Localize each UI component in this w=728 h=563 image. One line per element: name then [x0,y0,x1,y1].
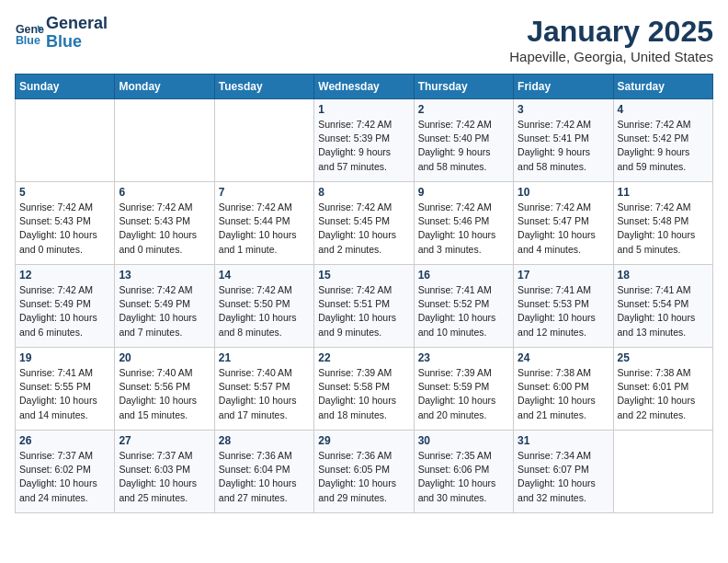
day-info: Sunrise: 7:42 AMSunset: 5:45 PMDaylight:… [318,201,409,257]
calendar-cell: 21Sunrise: 7:40 AMSunset: 5:57 PMDayligh… [214,348,313,431]
calendar-cell [214,99,313,182]
calendar-cell: 17Sunrise: 7:41 AMSunset: 5:53 PMDayligh… [514,265,613,348]
calendar-subtitle: Hapeville, Georgia, United States [509,49,713,64]
day-info: Sunrise: 7:41 AMSunset: 5:55 PMDaylight:… [19,366,110,422]
day-info: Sunrise: 7:37 AMSunset: 6:02 PMDaylight:… [19,449,110,505]
day-header-sunday: Sunday [16,75,115,99]
week-row-3: 12Sunrise: 7:42 AMSunset: 5:49 PMDayligh… [16,265,713,348]
title-block: January 2025 Hapeville, Georgia, United … [509,15,713,64]
day-number: 21 [219,351,310,364]
day-header-friday: Friday [514,75,613,99]
day-info: Sunrise: 7:42 AMSunset: 5:41 PMDaylight:… [518,118,609,174]
calendar-cell: 1Sunrise: 7:42 AMSunset: 5:39 PMDaylight… [314,99,414,182]
day-number: 28 [219,434,310,447]
day-number: 14 [219,269,310,282]
calendar-cell: 11Sunrise: 7:42 AMSunset: 5:48 PMDayligh… [613,182,712,265]
day-info: Sunrise: 7:40 AMSunset: 5:56 PMDaylight:… [119,366,210,422]
day-header-tuesday: Tuesday [214,75,313,99]
day-info: Sunrise: 7:42 AMSunset: 5:47 PMDaylight:… [518,201,609,257]
calendar-cell: 8Sunrise: 7:42 AMSunset: 5:45 PMDaylight… [314,182,414,265]
calendar-cell: 27Sunrise: 7:37 AMSunset: 6:03 PMDayligh… [115,431,214,513]
calendar-title: January 2025 [509,15,713,49]
day-info: Sunrise: 7:41 AMSunset: 5:53 PMDaylight:… [518,283,609,339]
day-number: 16 [418,269,509,282]
day-info: Sunrise: 7:37 AMSunset: 6:03 PMDaylight:… [119,449,210,505]
calendar-cell: 23Sunrise: 7:39 AMSunset: 5:59 PMDayligh… [414,348,513,431]
day-number: 24 [518,351,609,364]
calendar-cell: 5Sunrise: 7:42 AMSunset: 5:43 PMDaylight… [16,182,115,265]
day-number: 2 [418,103,509,116]
day-info: Sunrise: 7:38 AMSunset: 6:01 PMDaylight:… [618,366,709,422]
day-number: 5 [19,186,110,199]
calendar-cell: 10Sunrise: 7:42 AMSunset: 5:47 PMDayligh… [514,182,613,265]
day-info: Sunrise: 7:42 AMSunset: 5:49 PMDaylight:… [19,283,110,339]
day-number: 6 [119,186,210,199]
day-header-monday: Monday [115,75,214,99]
week-row-1: 1Sunrise: 7:42 AMSunset: 5:39 PMDaylight… [16,99,713,182]
calendar-cell: 29Sunrise: 7:36 AMSunset: 6:05 PMDayligh… [314,431,414,513]
day-number: 30 [418,434,509,447]
day-number: 17 [518,269,609,282]
calendar-cell: 24Sunrise: 7:38 AMSunset: 6:00 PMDayligh… [514,348,613,431]
calendar-cell: 3Sunrise: 7:42 AMSunset: 5:41 PMDaylight… [514,99,613,182]
day-number: 31 [518,434,609,447]
day-number: 27 [119,434,210,447]
day-number: 18 [618,269,709,282]
calendar-cell: 13Sunrise: 7:42 AMSunset: 5:49 PMDayligh… [115,265,214,348]
calendar-cell: 6Sunrise: 7:42 AMSunset: 5:43 PMDaylight… [115,182,214,265]
svg-text:Blue: Blue [16,34,40,47]
calendar-cell [613,431,712,513]
day-info: Sunrise: 7:34 AMSunset: 6:07 PMDaylight:… [518,449,609,505]
calendar-cell: 16Sunrise: 7:41 AMSunset: 5:52 PMDayligh… [414,265,513,348]
day-info: Sunrise: 7:38 AMSunset: 6:00 PMDaylight:… [518,366,609,422]
calendar-cell: 15Sunrise: 7:42 AMSunset: 5:51 PMDayligh… [314,265,414,348]
calendar-cell [115,99,214,182]
calendar-cell: 14Sunrise: 7:42 AMSunset: 5:50 PMDayligh… [214,265,313,348]
day-number: 12 [19,269,110,282]
day-info: Sunrise: 7:41 AMSunset: 5:54 PMDaylight:… [618,283,709,339]
day-info: Sunrise: 7:42 AMSunset: 5:51 PMDaylight:… [318,283,409,339]
day-info: Sunrise: 7:40 AMSunset: 5:57 PMDaylight:… [219,366,310,422]
logo-line2: Blue [46,32,82,51]
day-info: Sunrise: 7:36 AMSunset: 6:05 PMDaylight:… [318,449,409,505]
calendar-cell: 7Sunrise: 7:42 AMSunset: 5:44 PMDaylight… [214,182,313,265]
day-header-thursday: Thursday [414,75,513,99]
day-info: Sunrise: 7:42 AMSunset: 5:46 PMDaylight:… [418,201,509,257]
day-info: Sunrise: 7:42 AMSunset: 5:44 PMDaylight:… [219,201,310,257]
logo-line1: General [46,14,108,32]
calendar-cell: 12Sunrise: 7:42 AMSunset: 5:49 PMDayligh… [16,265,115,348]
day-number: 7 [219,186,310,199]
day-number: 4 [618,103,709,116]
calendar-cell: 28Sunrise: 7:36 AMSunset: 6:04 PMDayligh… [214,431,313,513]
day-info: Sunrise: 7:39 AMSunset: 5:59 PMDaylight:… [418,366,509,422]
day-number: 20 [119,351,210,364]
day-number: 10 [518,186,609,199]
day-number: 26 [19,434,110,447]
header: General Blue General Blue January 2025 H… [15,15,713,64]
calendar-cell: 9Sunrise: 7:42 AMSunset: 5:46 PMDaylight… [414,182,513,265]
day-number: 9 [418,186,509,199]
calendar-cell: 19Sunrise: 7:41 AMSunset: 5:55 PMDayligh… [16,348,115,431]
day-info: Sunrise: 7:35 AMSunset: 6:06 PMDaylight:… [418,449,509,505]
calendar-cell: 30Sunrise: 7:35 AMSunset: 6:06 PMDayligh… [414,431,513,513]
day-header-saturday: Saturday [613,75,712,99]
day-info: Sunrise: 7:42 AMSunset: 5:48 PMDaylight:… [618,201,709,257]
day-info: Sunrise: 7:39 AMSunset: 5:58 PMDaylight:… [318,366,409,422]
day-header-wednesday: Wednesday [314,75,414,99]
day-number: 3 [518,103,609,116]
day-info: Sunrise: 7:42 AMSunset: 5:43 PMDaylight:… [19,201,110,257]
day-number: 25 [618,351,709,364]
calendar-cell: 20Sunrise: 7:40 AMSunset: 5:56 PMDayligh… [115,348,214,431]
logo-text: General Blue [46,15,108,52]
calendar-cell: 31Sunrise: 7:34 AMSunset: 6:07 PMDayligh… [514,431,613,513]
day-info: Sunrise: 7:41 AMSunset: 5:52 PMDaylight:… [418,283,509,339]
calendar-cell: 4Sunrise: 7:42 AMSunset: 5:42 PMDaylight… [613,99,712,182]
calendar-cell [16,99,115,182]
calendar-cell: 18Sunrise: 7:41 AMSunset: 5:54 PMDayligh… [613,265,712,348]
logo: General Blue General Blue [15,15,108,52]
week-row-2: 5Sunrise: 7:42 AMSunset: 5:43 PMDaylight… [16,182,713,265]
day-number: 22 [318,351,409,364]
day-info: Sunrise: 7:42 AMSunset: 5:50 PMDaylight:… [219,283,310,339]
calendar-cell: 26Sunrise: 7:37 AMSunset: 6:02 PMDayligh… [16,431,115,513]
day-info: Sunrise: 7:42 AMSunset: 5:42 PMDaylight:… [618,118,709,174]
